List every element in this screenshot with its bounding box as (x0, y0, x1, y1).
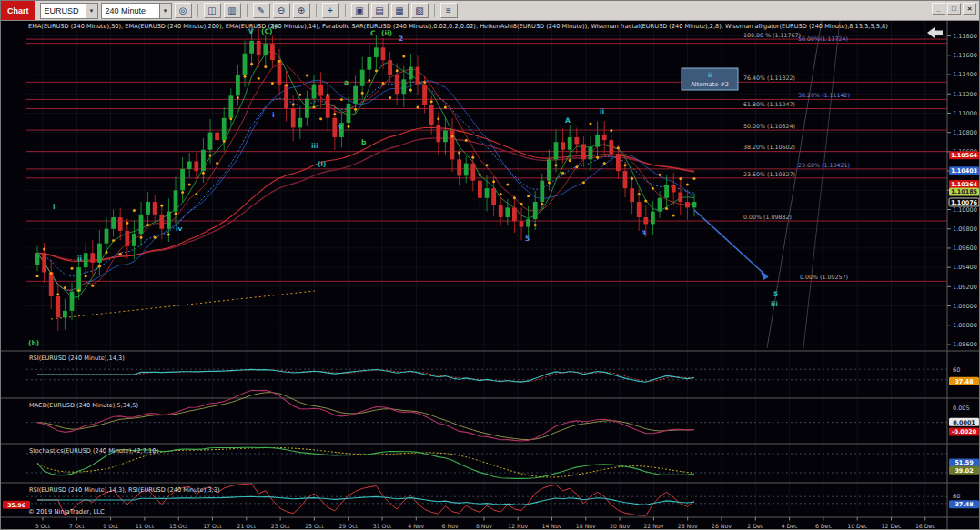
svg-text:(i): (i) (318, 160, 326, 168)
svg-text:61.80% (1.11047): 61.80% (1.11047) (743, 101, 795, 107)
properties-icon[interactable]: ≡ (440, 3, 458, 18)
chevron-down-icon[interactable]: ▾ (86, 4, 97, 18)
bar-style-icon[interactable]: ▥ (224, 3, 241, 18)
svg-text:37.48: 37.48 (955, 501, 974, 508)
svg-text:v: v (338, 123, 343, 131)
svg-text:-0.0020: -0.0020 (952, 428, 977, 435)
svg-text:12 Nov: 12 Nov (508, 523, 528, 529)
svg-text:100.00 % (1.11767): 100.00 % (1.11767) (743, 32, 801, 38)
svg-text:b: b (361, 138, 367, 146)
indicators-label: EMA(EURUSD (240 Minute),50), EMA(EURUSD … (28, 23, 888, 30)
chart-canvas[interactable]: 100.00 % (1.11767)76.40% (1.11322)61.80%… (1, 21, 980, 530)
toolbar-separator (434, 4, 435, 17)
svg-text:14 Nov: 14 Nov (542, 523, 562, 529)
svg-text:1.10800: 1.10800 (953, 129, 977, 136)
svg-text:Stochastics(EURUSD (240 Minute: Stochastics(EURUSD (240 Minute),42,7,10) (29, 447, 158, 455)
svg-text:8 Nov: 8 Nov (476, 523, 492, 529)
svg-text:23.60% (1.10327): 23.60% (1.10327) (743, 171, 795, 177)
chart-window: Chart EURUSD ▾ 240 Minute ▾ ◎ ◫ ▥ ✎ ⊖ ⊕ … (0, 0, 980, 530)
svg-text:1.10264: 1.10264 (951, 181, 978, 188)
svg-text:1.11600: 1.11600 (953, 52, 977, 59)
svg-text:RSI(EURUSD (240 Minute),14,3): RSI(EURUSD (240 Minute),14,3) (29, 355, 125, 362)
svg-text:23.60% (1.10421): 23.60% (1.10421) (798, 162, 850, 168)
svg-text:1.11000: 1.11000 (953, 110, 977, 117)
svg-text:38.20% (1.11142): 38.20% (1.11142) (798, 92, 850, 98)
svg-text:51.59: 51.59 (955, 459, 974, 466)
close-button[interactable]: × (963, 3, 976, 15)
toolbar-separator (197, 4, 198, 17)
interval-select[interactable]: 240 Minute ▾ (101, 3, 172, 19)
svg-text:37.48: 37.48 (955, 378, 974, 385)
svg-text:ii: ii (77, 255, 82, 263)
svg-text:35.96: 35.96 (7, 502, 26, 509)
svg-text:1.10185: 1.10185 (951, 188, 977, 195)
svg-text:1.11400: 1.11400 (953, 71, 977, 78)
chart-trader-icon[interactable]: ▧ (411, 3, 429, 18)
data-box-icon[interactable]: ▤ (371, 3, 389, 18)
candlestick-style-icon[interactable]: ◫ (204, 3, 221, 18)
draw-tool-icon[interactable]: ✎ (253, 3, 270, 18)
svg-text:i: i (272, 111, 275, 119)
svg-text:29 Oct: 29 Oct (338, 523, 358, 529)
svg-text:18 Nov: 18 Nov (576, 523, 596, 529)
svg-text:a: a (344, 78, 349, 86)
svg-text:3: 3 (642, 229, 646, 237)
svg-text:60: 60 (953, 493, 960, 500)
svg-text:RSI(EURUSD (240 Minute),14,3),: RSI(EURUSD (240 Minute),14,3), RSI(EURUS… (29, 486, 219, 494)
svg-text:5: 5 (525, 235, 530, 243)
svg-text:21 Oct: 21 Oct (237, 523, 257, 529)
svg-text:1.10403: 1.10403 (951, 167, 977, 175)
crosshair-icon[interactable]: + (322, 3, 339, 18)
svg-text:i: i (53, 203, 56, 211)
svg-text:(ii): (ii) (381, 29, 392, 37)
toolbar-separator (247, 4, 248, 17)
svg-text:76.40% (1.11322): 76.40% (1.11322) (743, 75, 795, 81)
svg-text:1.11800: 1.11800 (953, 33, 977, 40)
svg-text:25 Oct: 25 Oct (305, 523, 324, 529)
svg-text:0.005: 0.005 (953, 405, 970, 412)
svg-text:0.00% (1.09257): 0.00% (1.09257) (800, 274, 848, 280)
svg-text:9 Oct: 9 Oct (103, 523, 118, 529)
svg-text:A: A (565, 116, 571, 125)
svg-text:23 Oct: 23 Oct (271, 523, 290, 529)
restore-button[interactable]: □ (947, 3, 961, 15)
svg-text:28 Nov: 28 Nov (712, 523, 732, 529)
window-title: Chart (1, 1, 35, 20)
svg-text:0.0001: 0.0001 (953, 419, 975, 426)
instrument-select[interactable]: EURUSD ▾ (40, 3, 98, 19)
svg-text:5: 5 (773, 290, 778, 298)
minimize-button[interactable]: _ (932, 3, 945, 15)
svg-text:ii: ii (600, 107, 604, 115)
svg-text:16 Dec: 16 Dec (915, 523, 935, 529)
svg-text:2: 2 (399, 35, 403, 43)
svg-text:1.09000: 1.09000 (953, 303, 977, 310)
svg-text:Alternate #2: Alternate #2 (691, 81, 729, 88)
svg-text:60: 60 (953, 366, 960, 374)
svg-text:38.20% (1.10602): 38.20% (1.10602) (743, 144, 795, 150)
svg-text:4 Nov: 4 Nov (408, 523, 424, 529)
svg-text:C: C (370, 29, 376, 37)
titlebar[interactable]: Chart EURUSD ▾ 240 Minute ▾ ◎ ◫ ▥ ✎ ⊖ ⊕ … (1, 1, 979, 21)
svg-text:3 Oct: 3 Oct (35, 523, 51, 529)
svg-text:11 Oct: 11 Oct (136, 523, 155, 529)
svg-text:22 Nov: 22 Nov (643, 523, 663, 529)
svg-text:(b): (b) (28, 339, 39, 347)
svg-text:1.10000: 1.10000 (953, 206, 977, 214)
new-panel-icon[interactable]: ▣ (351, 3, 369, 18)
chevron-down-icon[interactable]: ▾ (159, 4, 171, 18)
svg-text:MACD(EURUSD (240 Minute),5,34,: MACD(EURUSD (240 Minute),5,34,5) (29, 402, 138, 409)
zoom-out-icon[interactable]: ⊖ (273, 3, 290, 18)
svg-text:12 Dec: 12 Dec (882, 523, 902, 529)
grid-icon[interactable]: ▦ (391, 3, 409, 18)
svg-text:1.08600: 1.08600 (953, 341, 977, 348)
alternate-label-box[interactable]: iiAlternate #2 (682, 68, 738, 90)
svg-text:ii: ii (708, 72, 712, 79)
instrument-value: EURUSD (41, 6, 86, 15)
svg-text:4 Dec: 4 Dec (782, 523, 798, 529)
zoom-in-icon[interactable]: ⊕ (293, 3, 310, 18)
svg-text:iii: iii (311, 142, 318, 150)
zoom-region-icon[interactable]: ◎ (175, 3, 192, 18)
svg-text:1.10076: 1.10076 (951, 199, 978, 206)
svg-text:17 Oct: 17 Oct (203, 523, 222, 529)
svg-text:0.00% (1.09882): 0.00% (1.09882) (743, 214, 792, 220)
